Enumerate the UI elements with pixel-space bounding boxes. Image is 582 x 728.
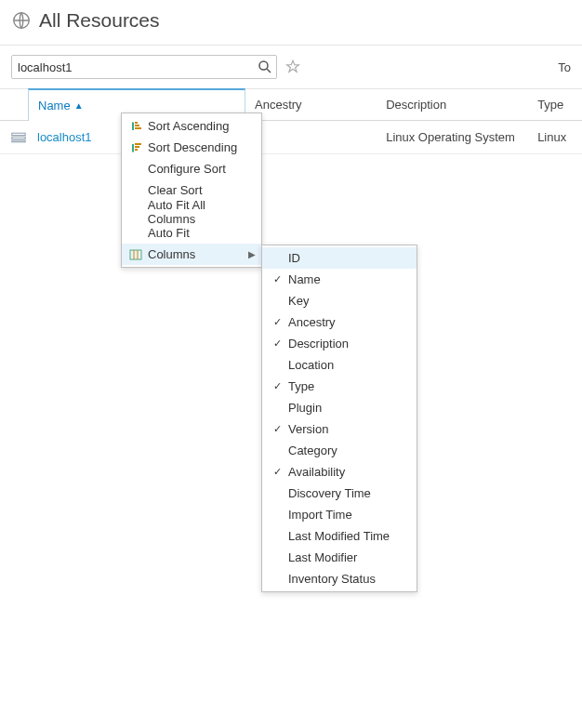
column-toggle-label: Last Modified Time [288, 529, 390, 543]
column-header-ancestry[interactable]: Ancestry [245, 89, 377, 120]
column-toggle-label: Ancestry [288, 315, 336, 329]
svg-rect-6 [135, 125, 139, 126]
column-toggle-label: Name [288, 272, 321, 286]
toolbar-right-text: To [558, 60, 571, 74]
column-toggle-label: Location [288, 358, 334, 372]
column-toggle-last-modified-time[interactable]: Last Modified Time [262, 525, 417, 547]
search-input[interactable] [11, 55, 277, 79]
svg-rect-10 [135, 149, 138, 151]
column-toggle-version[interactable]: ✓Version [262, 418, 417, 440]
check-icon: ✓ [270, 338, 284, 350]
check-icon: ✓ [270, 466, 284, 478]
column-toggle-key[interactable]: Key [262, 290, 417, 311]
check-icon: ✓ [270, 423, 284, 435]
column-toggle-label: Type [288, 379, 314, 393]
column-toggle-label: Category [288, 443, 337, 457]
svg-point-1 [259, 61, 268, 70]
sort-asc-caret-icon: ▲ [74, 100, 84, 111]
svg-rect-4 [12, 140, 25, 142]
menu-item-sort-ascending[interactable]: Sort Ascending [122, 115, 261, 137]
blank-icon [127, 205, 144, 219]
cell-type: Linux [528, 130, 582, 144]
column-context-menu: Sort AscendingSort DescendingConfigure S… [121, 113, 262, 268]
column-header-type-label: Type [537, 98, 563, 112]
column-toggle-plugin[interactable]: Plugin [262, 397, 417, 418]
sort-asc-icon [127, 119, 144, 134]
menu-item-label: Auto Fit All Columns [148, 198, 256, 226]
sort-desc-icon [127, 140, 144, 155]
svg-rect-7 [135, 127, 141, 129]
svg-rect-8 [135, 143, 141, 145]
column-header-ancestry-label: Ancestry [255, 98, 302, 112]
menu-item-label: Clear Sort [148, 183, 203, 197]
page-header: All Resources [0, 0, 582, 45]
columns-submenu: ID✓NameKey✓Ancestry✓DescriptionLocation✓… [261, 245, 417, 592]
column-header-name-label: Name [38, 99, 71, 113]
column-toggle-description[interactable]: ✓Description [262, 333, 417, 354]
table-header-row: Name ▲ Ancestry Description Type [0, 89, 582, 121]
column-toggle-availability[interactable]: ✓Availability [262, 461, 417, 483]
menu-item-columns[interactable]: Columns▶ [122, 244, 261, 265]
menu-item-label: Auto Fit [148, 226, 190, 240]
svg-rect-3 [12, 137, 25, 139]
menu-item-auto-fit-all-columns[interactable]: Auto Fit All Columns [122, 201, 261, 222]
column-header-type[interactable]: Type [528, 89, 582, 120]
table-row[interactable]: localhost1 Linux Operating System Linux [0, 121, 582, 154]
check-icon: ✓ [270, 316, 284, 328]
column-toggle-ancestry[interactable]: ✓Ancestry [262, 311, 417, 333]
svg-rect-9 [135, 146, 139, 148]
menu-item-label: Columns [148, 247, 195, 261]
column-toggle-import-time[interactable]: Import Time [262, 504, 417, 525]
toolbar: To [0, 45, 582, 89]
favorite-star-icon[interactable] [284, 59, 301, 75]
column-toggle-label: Plugin [288, 401, 322, 415]
column-toggle-label: Inventory Status [288, 572, 376, 586]
column-toggle-name[interactable]: ✓Name [262, 269, 417, 290]
column-toggle-id[interactable]: ID [262, 247, 417, 269]
check-icon: ✓ [270, 380, 284, 392]
svg-rect-11 [130, 250, 141, 259]
resource-link[interactable]: localhost1 [37, 130, 92, 144]
cell-description: Linux Operating System [377, 130, 528, 144]
column-header-description-label: Description [386, 98, 446, 112]
column-toggle-label: Key [288, 294, 309, 308]
column-toggle-inventory-status[interactable]: Inventory Status [262, 568, 417, 589]
column-toggle-label: Availability [288, 465, 345, 479]
check-icon: ✓ [270, 273, 284, 285]
menu-item-label: Sort Descending [148, 140, 237, 154]
column-header-description[interactable]: Description [377, 89, 528, 120]
svg-rect-5 [135, 122, 138, 124]
column-toggle-label: Description [288, 337, 349, 351]
blank-icon [127, 162, 144, 177]
resource-icon [11, 132, 26, 143]
menu-item-configure-sort[interactable]: Configure Sort [122, 158, 261, 179]
svg-rect-2 [12, 133, 25, 135]
column-toggle-label: Last Modifier [288, 550, 357, 564]
blank-icon [127, 183, 144, 198]
column-toggle-type[interactable]: ✓Type [262, 376, 417, 397]
submenu-arrow-icon: ▶ [248, 249, 256, 259]
menu-item-label: Configure Sort [148, 162, 226, 176]
column-toggle-label: Import Time [288, 508, 352, 522]
column-toggle-label: ID [288, 251, 300, 265]
column-toggle-discovery-time[interactable]: Discovery Time [262, 483, 417, 504]
column-toggle-label: Version [288, 422, 328, 436]
menu-item-label: Sort Ascending [148, 119, 229, 133]
menu-item-sort-descending[interactable]: Sort Descending [122, 137, 261, 158]
column-toggle-label: Discovery Time [288, 486, 371, 500]
column-toggle-last-modifier[interactable]: Last Modifier [262, 547, 417, 568]
page-title: All Resources [39, 9, 160, 32]
search-box [11, 55, 277, 79]
blank-icon [127, 226, 144, 241]
globe-icon [11, 10, 32, 31]
column-toggle-location[interactable]: Location [262, 354, 417, 376]
columns-icon [127, 247, 144, 262]
search-icon[interactable] [257, 59, 273, 75]
column-toggle-category[interactable]: Category [262, 440, 417, 461]
